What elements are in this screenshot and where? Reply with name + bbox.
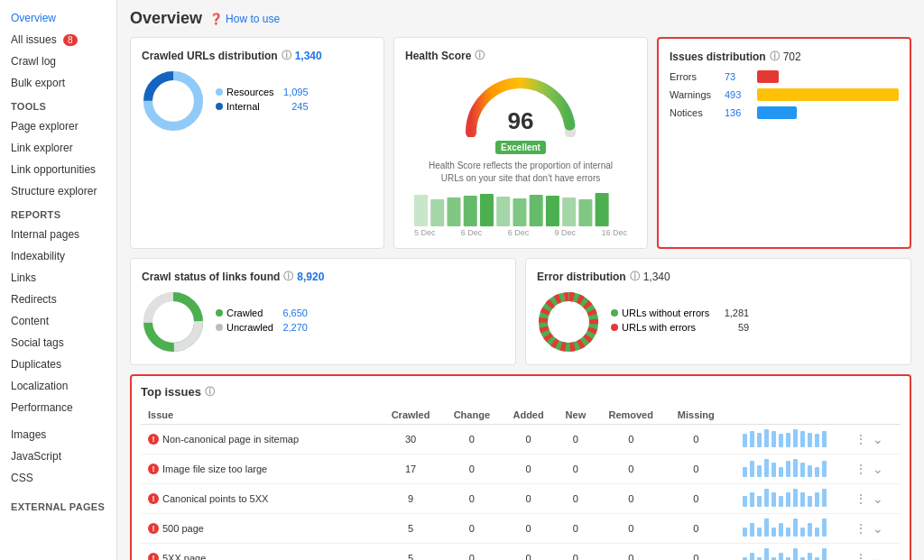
issue-name-cell: !Non-canonical page in sitemap	[141, 425, 379, 454]
sidebar-item-structure-explorer[interactable]: Structure explorer	[0, 180, 116, 202]
sidebar-item-all-issues[interactable]: All issues 8	[0, 29, 116, 50]
sidebar-item-bulk-export[interactable]: Bulk export	[0, 72, 116, 94]
change-value: 0	[442, 514, 502, 544]
sidebar-item-link-opportunities[interactable]: Link opportunities	[0, 159, 116, 180]
svg-rect-60	[757, 528, 762, 537]
how-to-use-link[interactable]: ❓ How to use	[209, 13, 280, 25]
svg-rect-7	[480, 194, 494, 226]
svg-rect-41	[793, 459, 798, 477]
row-actions[interactable]: ⋮⌄	[845, 425, 901, 454]
col-new: New	[555, 406, 596, 425]
crawl-status-info-icon[interactable]: ⓘ	[283, 270, 293, 283]
row-actions[interactable]: ⋮⌄	[845, 484, 901, 514]
row-expand-button[interactable]: ⌄	[871, 519, 885, 537]
issues-dist-title: Issues distribution ⓘ 702	[670, 50, 899, 63]
uncrawled-dot	[216, 324, 223, 331]
row-actions[interactable]: ⋮⌄	[845, 514, 901, 544]
svg-rect-64	[786, 528, 790, 537]
crawled-urls-donut	[142, 69, 205, 133]
sidebar-item-css[interactable]: CSS	[0, 467, 116, 489]
row-menu-button[interactable]: ⋮	[853, 549, 869, 560]
sidebar-item-links[interactable]: Links	[0, 267, 116, 289]
svg-rect-13	[578, 199, 592, 226]
svg-rect-35	[750, 461, 754, 477]
table-header-row: Issue Crawled Change Added New Removed M…	[141, 406, 901, 425]
missing-value: 0	[666, 454, 726, 484]
svg-rect-53	[793, 489, 798, 507]
crawled-value: 5	[379, 544, 441, 561]
svg-rect-47	[750, 492, 754, 507]
sidebar-item-link-explorer[interactable]: Link explorer	[0, 137, 116, 159]
new-value: 0	[555, 514, 596, 544]
col-issue: Issue	[141, 406, 379, 425]
sidebar-item-duplicates[interactable]: Duplicates	[0, 353, 116, 375]
mini-bar-chart	[726, 454, 845, 484]
sidebar-item-crawl-log[interactable]: Crawl log	[0, 50, 116, 72]
added-value: 0	[502, 484, 555, 514]
table-row[interactable]: !Image file size too large1700000⋮⌄	[141, 454, 901, 484]
sidebar-item-page-explorer[interactable]: Page explorer	[0, 115, 116, 137]
svg-rect-22	[743, 434, 747, 447]
svg-rect-6	[464, 196, 477, 226]
crawled-urls-donut-area: Resources 1,095 Internal 245	[142, 69, 373, 133]
error-dist-title: Error distribution ⓘ 1,340	[537, 270, 900, 283]
gauge-score: 96	[508, 109, 534, 133]
svg-rect-27	[779, 434, 783, 447]
row-menu-button[interactable]: ⋮	[853, 490, 869, 508]
row-expand-button[interactable]: ⌄	[871, 549, 885, 560]
removed-value: 0	[596, 514, 666, 544]
sidebar-item-social-tags[interactable]: Social tags	[0, 332, 116, 353]
row-expand-button[interactable]: ⌄	[871, 460, 885, 478]
error-dist-info-icon[interactable]: ⓘ	[630, 270, 640, 283]
row-menu-button[interactable]: ⋮	[853, 460, 869, 478]
errors-bar-wrap	[757, 70, 899, 83]
svg-rect-9	[513, 198, 526, 226]
with-errors-dot	[611, 324, 618, 331]
table-row[interactable]: !500 page500000⋮⌄	[141, 514, 901, 544]
change-value: 0	[442, 454, 502, 484]
sidebar-item-internal-pages[interactable]: Internal pages	[0, 224, 116, 245]
error-indicator: !	[148, 553, 159, 560]
sidebar-item-content[interactable]: Content	[0, 310, 116, 332]
crawled-urls-info-icon[interactable]: ⓘ	[282, 49, 291, 62]
bar-chart-labels: 5 Dec 6 Dec 6 Dec 9 Dec 16 Dec	[405, 228, 636, 237]
svg-rect-28	[786, 433, 790, 447]
row-menu-button[interactable]: ⋮	[853, 519, 869, 537]
sidebar-item-performance[interactable]: Performance	[0, 397, 116, 418]
row-actions[interactable]: ⋮⌄	[845, 454, 901, 484]
top-issues-info-icon[interactable]: ⓘ	[205, 385, 215, 399]
row-menu-button[interactable]: ⋮	[853, 430, 869, 448]
uncrawled-legend-item: Uncrawled 2,270	[216, 322, 308, 333]
svg-rect-51	[779, 496, 783, 507]
table-row[interactable]: !5XX page500000⋮⌄	[141, 544, 901, 561]
crawl-status-title: Crawl status of links found ⓘ 8,920	[142, 270, 504, 283]
issues-dist-info-icon[interactable]: ⓘ	[770, 50, 780, 63]
svg-rect-36	[757, 465, 762, 477]
row-expand-button[interactable]: ⌄	[871, 490, 885, 508]
sidebar-item-localization[interactable]: Localization	[0, 375, 116, 397]
col-missing: Missing	[666, 406, 726, 425]
issue-name-cell: !5XX page	[141, 544, 379, 561]
error-distribution-card: Error distribution ⓘ 1,340 UR	[525, 258, 911, 365]
missing-value: 0	[666, 484, 726, 514]
col-change: Change	[442, 406, 502, 425]
added-value: 0	[502, 514, 555, 544]
sidebar-item-redirects[interactable]: Redirects	[0, 289, 116, 310]
table-row[interactable]: !Non-canonical page in sitemap3000000⋮⌄	[141, 425, 901, 454]
svg-rect-79	[808, 553, 812, 560]
health-score-info-icon[interactable]: ⓘ	[475, 49, 485, 62]
sidebar-item-images[interactable]: Images	[0, 424, 116, 445]
all-issues-badge: 8	[63, 34, 78, 46]
new-value: 0	[555, 425, 596, 454]
row-expand-button[interactable]: ⌄	[871, 430, 885, 448]
svg-rect-54	[800, 492, 805, 507]
svg-rect-58	[743, 528, 747, 537]
sidebar-item-javascript[interactable]: JavaScript	[0, 445, 116, 467]
table-row[interactable]: !Canonical points to 5XX900000⋮⌄	[141, 484, 901, 514]
sidebar-item-indexability[interactable]: Indexability	[0, 245, 116, 267]
sidebar-item-overview[interactable]: Overview	[0, 7, 116, 29]
svg-rect-25	[764, 429, 769, 447]
row-actions[interactable]: ⋮⌄	[845, 544, 901, 561]
no-errors-legend-item: URLs without errors 1,281	[611, 308, 749, 318]
gauge-label: Excellent	[495, 141, 546, 154]
